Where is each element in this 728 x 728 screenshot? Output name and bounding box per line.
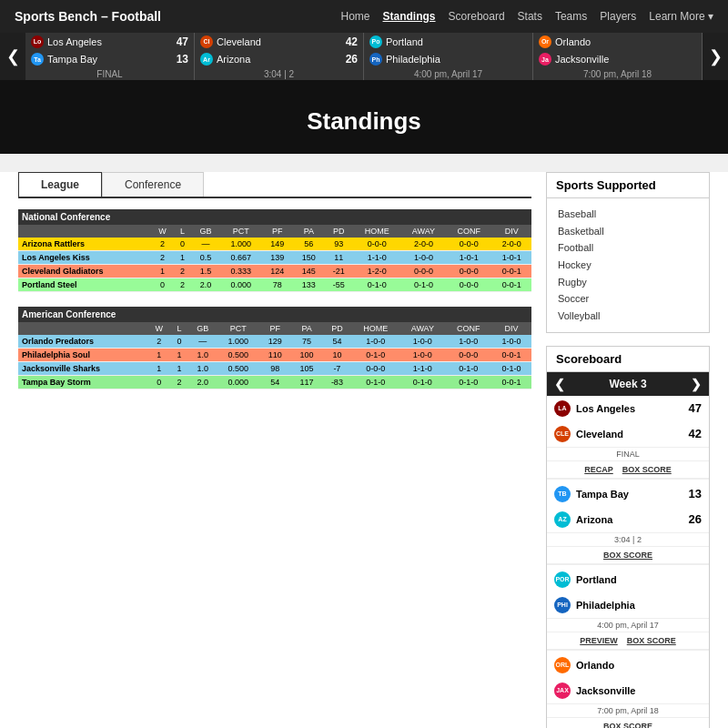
team-logo: ORL — [554, 657, 571, 673]
scoreboard-title: Scoreboard — [547, 347, 709, 372]
team-name: Tampa Bay — [576, 489, 683, 500]
nav-standings[interactable]: Standings — [383, 10, 436, 23]
team-name: Orlando — [555, 36, 693, 47]
team-name: Arizona — [576, 514, 683, 525]
game-status: FINAL — [547, 447, 709, 460]
team-name: Arizona — [217, 54, 342, 65]
col-header-national: W L GB PCT PF PA PD HOME AWAY CONF DIV — [18, 225, 531, 238]
sport-item: Volleyball — [558, 308, 698, 325]
score-card-team2: JAX Jacksonville — [547, 678, 709, 703]
action-recap[interactable]: RECAP — [584, 465, 613, 474]
ticker-team-row: Ja Jacksonville — [533, 51, 702, 69]
site-title: Sports Bench – Football — [15, 9, 161, 24]
team-logo: Ar — [200, 53, 213, 66]
sports-supported-title: Sports Supported — [547, 173, 709, 198]
action-preview[interactable]: PREVIEW — [580, 636, 618, 645]
score-card-team1: ORL Orlando — [547, 652, 709, 678]
nav-scoreboard[interactable]: Scoreboard — [449, 10, 505, 23]
page-title: Standings — [0, 107, 728, 136]
tab-league[interactable]: League — [18, 172, 102, 197]
team-logo: Ja — [539, 53, 551, 66]
team-name: Tampa Bay — [47, 54, 173, 65]
score-card-team1: LA Los Angeles 47 — [547, 396, 709, 421]
table-row: Jacksonville Sharks 111.0 0.50098105 -70… — [18, 362, 531, 376]
week-prev-arrow[interactable]: ❮ — [554, 377, 565, 391]
scoreboard-games: LA Los Angeles 47 CLE Cleveland 42 FINAL… — [547, 396, 709, 728]
top-nav: Sports Bench – Football Home Standings S… — [0, 0, 728, 33]
sport-item: Football — [558, 239, 698, 257]
team-name: Cleveland — [217, 36, 342, 47]
game-actions: BOX SCORE — [547, 717, 709, 728]
right-panel: Sports Supported BaseballBasketballFootb… — [546, 172, 710, 728]
national-conf-label: National Conference — [18, 209, 531, 225]
team-name: Portland — [576, 574, 696, 585]
team-name: Los Angeles — [576, 403, 683, 414]
team-logo: AZ — [554, 511, 571, 528]
nav-players[interactable]: Players — [600, 10, 636, 23]
team-logo: Ph — [369, 53, 382, 66]
team-score: 26 — [689, 512, 702, 526]
ticker-game: Or Orlando Ja Jacksonville 7:00 pm, Apri… — [533, 33, 703, 80]
score-card: LA Los Angeles 47 CLE Cleveland 42 FINAL… — [547, 396, 709, 480]
sports-list: BaseballBasketballFootballHockeyRugbySoc… — [547, 198, 709, 332]
ticker-game-status: FINAL — [25, 68, 194, 80]
team-name: Jacksonville — [555, 54, 693, 65]
table-row: Portland Steel 022.0 0.00078133 -550-1-0… — [18, 278, 531, 292]
action-box-score[interactable]: BOX SCORE — [622, 465, 672, 474]
standings-tabs: League Conference — [18, 172, 531, 198]
team-score: 13 — [689, 487, 702, 500]
game-status: 7:00 pm, April 18 — [547, 703, 709, 717]
week-next-arrow[interactable]: ❯ — [691, 377, 702, 391]
scoreboard-box: Scoreboard ❮ Week 3 ❯ LA Los Angeles 47 … — [546, 346, 710, 728]
team-score: 42 — [689, 427, 702, 440]
table-row: Cleveland Gladiators 121.5 0.333124145 -… — [18, 265, 531, 278]
game-actions: RECAPBOX SCORE — [547, 460, 709, 480]
team-logo: JAX — [554, 682, 571, 699]
ticker-game-status: 4:00 pm, April 17 — [364, 68, 532, 80]
american-conference: American Conference W L GB PCT PF PA PD … — [18, 307, 531, 389]
score-card-team2: CLE Cleveland 42 — [547, 421, 709, 447]
team-name: Portland — [386, 36, 523, 47]
tab-conference[interactable]: Conference — [102, 172, 204, 197]
team-logo: TB — [554, 486, 571, 502]
game-status: 4:00 pm, April 17 — [547, 618, 709, 632]
sport-item: Basketball — [558, 223, 698, 240]
team-name: Philadelphia — [386, 54, 523, 65]
ticker-game-status: 7:00 pm, April 18 — [533, 68, 702, 80]
team-name: Jacksonville — [576, 685, 696, 696]
standings-header: Standings — [0, 80, 728, 154]
sport-item: Rugby — [558, 274, 698, 291]
team-logo: Po — [369, 35, 382, 48]
national-conference-table: National Conference W L GB PCT PF PA PD … — [18, 209, 531, 292]
score-card-team1: POR Portland — [547, 567, 709, 592]
team-score: 47 — [689, 401, 702, 415]
team-name: Philadelphia — [576, 600, 696, 611]
score-card: TB Tampa Bay 13 AZ Arizona 26 3:04 | 2 B… — [547, 481, 709, 565]
week-label: Week 3 — [609, 378, 646, 390]
sports-supported-box: Sports Supported BaseballBasketballFootb… — [546, 172, 710, 333]
ticker-next[interactable]: ❯ — [703, 33, 728, 80]
action-box-score[interactable]: BOX SCORE — [627, 636, 676, 645]
nav-teams[interactable]: Teams — [555, 10, 587, 23]
ticker-prev[interactable]: ❮ — [0, 33, 25, 80]
nav-home[interactable]: Home — [341, 10, 370, 23]
american-conf-label: American Conference — [18, 307, 531, 322]
team-logo: Lo — [31, 35, 44, 48]
nav-learn-more[interactable]: Learn More ▾ — [649, 10, 713, 23]
nav-stats[interactable]: Stats — [518, 10, 542, 23]
game-status: 3:04 | 2 — [547, 532, 709, 546]
ticker-team-row: Lo Los Angeles 47 — [25, 33, 194, 51]
action-box-score[interactable]: BOX SCORE — [603, 722, 652, 728]
ticker-game: Po Portland Ph Philadelphia 4:00 pm, Apr… — [364, 33, 533, 80]
left-panel: League Conference National Conference W … — [18, 172, 531, 728]
conf-header-national: National Conference — [18, 209, 531, 225]
team-logo: Cl — [200, 35, 213, 48]
team-score: 26 — [346, 53, 358, 66]
table-row: Philadelphia Soul 111.0 0.500110100 100-… — [18, 349, 531, 362]
score-card-team2: AZ Arizona 26 — [547, 507, 709, 532]
team-logo: LA — [554, 400, 571, 417]
action-box-score[interactable]: BOX SCORE — [603, 551, 652, 560]
team-logo: CLE — [554, 426, 571, 442]
ticker-team-row: Ph Philadelphia — [364, 51, 532, 69]
game-actions: PREVIEWBOX SCORE — [547, 632, 709, 651]
